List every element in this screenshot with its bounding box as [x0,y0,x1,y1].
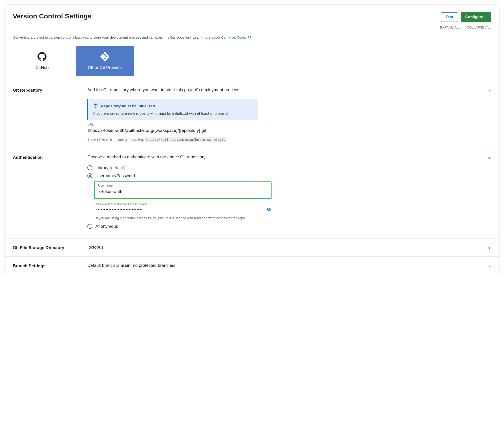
provider-github-card[interactable]: GitHub [13,46,71,76]
url-help-text: The HTTPS URL to your git repo. E.g. htt… [87,138,478,142]
collapse-repo-button[interactable] [487,88,492,94]
intro-text: Converting a project to version control … [13,35,491,40]
auth-anon-label: Anonymous [95,224,118,229]
radio-icon [87,165,92,170]
github-icon [38,52,47,61]
auth-option-library[interactable]: Library (default) [87,165,478,170]
provider-cards: GitHub Other Git Provider [13,46,491,76]
section-label-branch: Branch Settings [13,263,80,268]
radio-icon [87,224,92,229]
wave-icon [93,103,98,109]
repo-url-input[interactable] [87,126,258,135]
config-as-code-link[interactable]: Config as Code. [221,35,246,39]
auth-summary: Choose a method to authenticate with the… [87,155,478,159]
panel-header: Version Control Settings Test Configure.… [5,5,499,81]
auth-userpass-label: Username/Password [95,173,135,178]
callout-title: Repository must be initialized [101,104,155,109]
expand-branch-button[interactable] [487,264,492,270]
section-authentication: Authentication Choose a method to authen… [5,148,499,238]
radio-icon [87,173,92,178]
auth-library-label: Library [95,165,109,170]
password-field-label: Password or Personal Access Token [96,202,272,206]
password-input[interactable] [96,206,263,213]
branch-summary: Default branch is main, no protected bra… [87,263,478,268]
section-label-storage: Git File Storage Directory [13,245,80,250]
collapse-all-button[interactable]: COLLAPSE ALL [467,25,491,29]
git-icon [101,52,109,61]
username-field-label: Username [98,184,268,187]
repo-init-callout: Repository must be initialized If you ar… [87,99,258,120]
url-field-label: URL [87,123,478,126]
repo-summary: Add the Git repository where you want to… [87,87,478,92]
section-label-repo: Git Repository [13,87,80,142]
expand-all-button[interactable]: EXPAND ALL [440,25,460,29]
expand-storage-button[interactable] [487,246,492,251]
page-title: Version Control Settings [13,12,91,20]
provider-other-label: Other Git Provider [88,65,122,70]
collapse-auth-button[interactable] [487,155,492,161]
pat-help-text: If you are using a personal access token… [96,216,272,220]
section-label-auth: Authentication [13,155,80,232]
show-password-button[interactable] [266,207,272,213]
section-branch[interactable]: Branch Settings Default branch is main, … [5,257,499,275]
test-button[interactable]: Test [441,12,458,22]
provider-other-card[interactable]: Other Git Provider [76,46,134,76]
external-link-icon [247,36,251,39]
storage-value: .octopus [87,245,478,250]
auth-library-suffix: (default) [109,165,125,170]
auth-option-userpass[interactable]: Username/Password [87,173,478,178]
provider-github-label: GitHub [35,65,49,70]
url-example-code: https://github.com/acme/hello-world.git [145,137,227,142]
section-storage[interactable]: Git File Storage Directory .octopus [5,238,499,257]
version-control-settings-panel: Version Control Settings Test Configure.… [4,4,500,275]
callout-body: If you are creating a new repository, it… [93,111,253,116]
username-highlight-box: Username [94,181,272,199]
section-git-repository: Git Repository Add the Git repository wh… [5,81,499,148]
auth-option-anonymous[interactable]: Anonymous [87,224,478,229]
eye-icon [266,209,272,213]
configure-button[interactable]: Configure... [461,12,491,22]
username-input[interactable] [98,187,268,196]
